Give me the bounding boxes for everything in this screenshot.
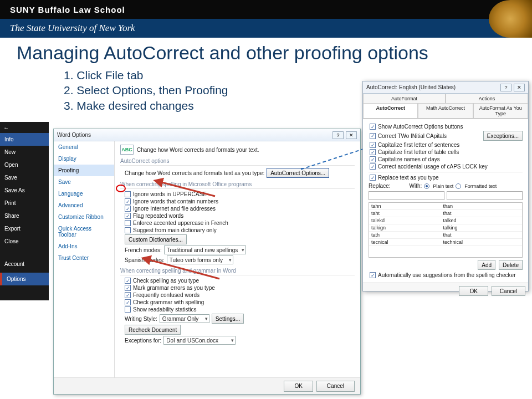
with-input[interactable] <box>447 191 523 200</box>
delete-button[interactable]: Delete <box>499 260 523 270</box>
recheck-document-button[interactable]: Recheck Document <box>125 325 181 335</box>
nav-advanced[interactable]: Advanced <box>54 200 114 211</box>
lbl-grammar-as-type: Mark grammar errors as you type <box>133 285 215 291</box>
chk-replace-text[interactable] <box>370 175 376 181</box>
org-banner: SUNY Buffalo Law School The State Univer… <box>0 0 532 38</box>
svg-line-1 <box>147 259 219 279</box>
tab-autoformat-as-type[interactable]: AutoFormat As You Type <box>473 104 528 119</box>
nav-display[interactable]: Display <box>54 153 114 165</box>
writing-style-label: Writing Style: <box>125 316 157 322</box>
autocorrect-dialog: AutoCorrect: English (United States) ? ✕… <box>362 81 529 291</box>
autocorrect-options-button[interactable]: AutoCorrect Options... <box>267 168 329 178</box>
nav-proofing[interactable]: Proofing <box>54 165 114 176</box>
exceptions-select[interactable]: DoI and USCon.docx <box>163 336 236 345</box>
replace-label: Replace: <box>369 183 390 189</box>
file-menu-new[interactable]: New <box>0 146 49 158</box>
writing-style-select[interactable]: Grammar Only <box>160 314 209 323</box>
file-menu-share[interactable]: Share <box>0 209 49 222</box>
ac-close-button[interactable]: ✕ <box>514 84 525 91</box>
chk-repeated[interactable] <box>125 213 131 219</box>
nav-language[interactable]: Language <box>54 188 114 200</box>
nav-trust-center[interactable]: Trust Center <box>54 252 114 264</box>
chk-caps-lock[interactable] <box>370 163 376 170</box>
chk-cap-sentences[interactable] <box>370 142 376 148</box>
exceptions-button[interactable]: Exceptions... <box>483 131 523 141</box>
file-menu-options[interactable]: Options <box>0 273 49 285</box>
help-button[interactable]: ? <box>332 131 344 139</box>
file-menu-export[interactable]: Export <box>0 222 49 235</box>
tab-math-autocorrect[interactable]: Math AutoCorrect <box>418 104 473 119</box>
lbl-confused: Frequently confused words <box>133 292 200 298</box>
chk-cap-table[interactable] <box>370 149 376 155</box>
chk-show-ac-buttons[interactable] <box>370 124 376 130</box>
dialog-title-text: Word Options <box>57 132 91 138</box>
ac-titlebar: AutoCorrect: English (United States) ? ✕ <box>363 81 528 94</box>
section-autocorrect: AutoCorrect options <box>120 158 355 166</box>
tab-actions[interactable]: Actions <box>446 94 528 103</box>
file-menu-print[interactable]: Print <box>0 197 49 209</box>
chk-internet[interactable] <box>125 206 131 212</box>
nav-qat[interactable]: Quick Access Toolbar <box>54 223 114 241</box>
arrow-to-numbers <box>154 180 221 202</box>
lbl-internet: Ignore Internet and file addresses <box>133 206 216 212</box>
chk-french-accent[interactable] <box>125 220 131 226</box>
instruction-steps: 1. Click File tab 2. Select Options, the… <box>64 68 228 113</box>
nav-save[interactable]: Save <box>54 176 114 188</box>
chk-grammar-spell[interactable] <box>125 299 131 305</box>
ac-ok-button[interactable]: OK <box>459 286 488 296</box>
custom-dictionaries-button[interactable]: Custom Dictionaries... <box>125 234 187 244</box>
file-menu-save[interactable]: Save <box>0 171 49 184</box>
file-menu-info[interactable]: Info <box>0 133 49 146</box>
arrow-to-spellcheck <box>142 257 225 284</box>
cancel-button[interactable]: Cancel <box>316 381 355 392</box>
tab-autoformat[interactable]: AutoFormat <box>363 94 446 103</box>
chk-confused[interactable] <box>125 292 131 298</box>
chk-auto-suggest[interactable] <box>370 272 376 278</box>
lbl-main-dict: Suggest from main dictionary only <box>133 227 217 233</box>
file-menu-open[interactable]: Open <box>0 158 49 171</box>
replace-input[interactable] <box>369 191 444 200</box>
chk-two-initial[interactable] <box>370 133 376 139</box>
ac-cancel-button[interactable]: Cancel <box>492 286 525 296</box>
school-subtitle: The State University of New York <box>10 23 135 34</box>
tab-autocorrect[interactable]: AutoCorrect <box>363 104 418 119</box>
school-name: SUNY Buffalo Law School <box>10 5 125 14</box>
exceptions-label: Exceptions for: <box>125 337 161 344</box>
ac-title-text: AutoCorrect: English (United States) <box>366 84 456 90</box>
chk-uppercase[interactable] <box>125 191 131 197</box>
settings-button[interactable]: Settings... <box>212 314 244 324</box>
ac-footer: OK Cancel <box>363 283 528 299</box>
chk-grammar-as-type[interactable] <box>125 285 131 291</box>
with-label: With: <box>409 183 422 189</box>
highlight-circle <box>116 185 126 192</box>
chk-numbers[interactable] <box>125 198 131 204</box>
ac-help-button[interactable]: ? <box>500 84 511 91</box>
lbl-grammar-spell: Check grammar with spelling <box>133 299 204 305</box>
file-backstage-menu: ← Info New Open Save Save As Print Share… <box>0 122 49 300</box>
nav-general[interactable]: General <box>54 141 114 153</box>
nav-addins[interactable]: Add-Ins <box>54 241 114 252</box>
radio-formatted[interactable] <box>456 183 461 189</box>
nav-customize-ribbon[interactable]: Customize Ribbon <box>54 211 114 223</box>
add-button[interactable]: Add <box>478 260 495 270</box>
lbl-french-accent: Enforce accented uppercase in French <box>133 220 228 226</box>
dialog-titlebar: Word Options ? ✕ <box>54 129 360 141</box>
file-menu-saveas[interactable]: Save As <box>0 184 49 197</box>
chk-main-dict[interactable] <box>125 227 131 233</box>
radio-plain[interactable] <box>424 183 429 189</box>
autocorrect-line: Change how Word corrects and formats tex… <box>125 170 264 176</box>
chk-spell-as-type[interactable] <box>125 278 131 284</box>
french-modes-select[interactable]: Traditional and new spellings <box>164 245 247 254</box>
back-button[interactable]: ← <box>0 122 49 133</box>
chk-readability[interactable] <box>125 306 131 313</box>
lbl-readability: Show readability statistics <box>133 306 197 313</box>
chk-cap-days[interactable] <box>370 156 376 162</box>
ok-button[interactable]: OK <box>284 381 313 392</box>
proofing-icon: ABC <box>120 145 134 155</box>
file-menu-account[interactable]: Account <box>0 258 49 270</box>
replace-list[interactable]: tahnthan tahtthat talekdtalked talkignta… <box>369 202 523 258</box>
svg-line-0 <box>160 182 215 196</box>
slide-title: Managing AutoCorrect and other proofing … <box>0 38 532 65</box>
file-menu-close[interactable]: Close <box>0 235 49 248</box>
close-button[interactable]: ✕ <box>346 131 357 139</box>
